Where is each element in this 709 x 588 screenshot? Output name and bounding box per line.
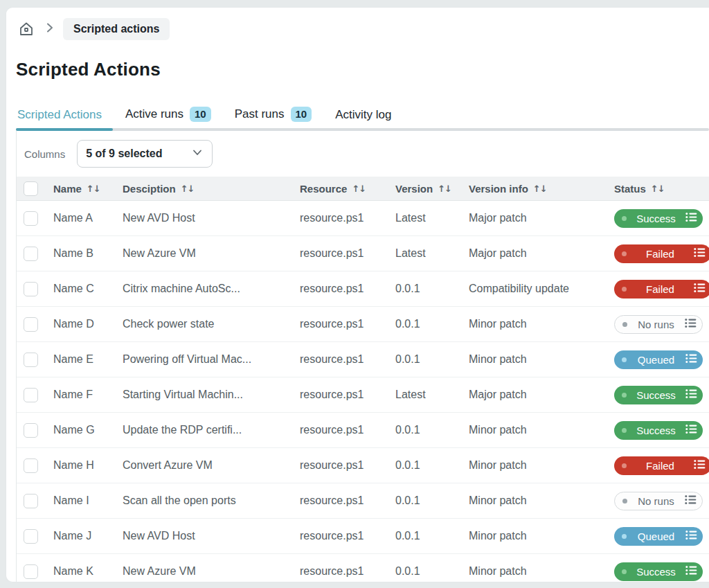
- status-badge[interactable]: No runs: [614, 492, 703, 510]
- tab-past-runs[interactable]: Past runs 10: [233, 107, 314, 131]
- table-row: Name B New Azure VM resource.ps1 Latest …: [17, 236, 709, 271]
- row-checkbox[interactable]: [24, 494, 38, 508]
- row-checkbox[interactable]: [24, 423, 38, 438]
- tab-scripted-actions[interactable]: Scripted Actions: [16, 108, 103, 131]
- tab-count-badge: 10: [291, 107, 312, 122]
- status-label: No runs: [627, 495, 685, 507]
- column-header-version-info[interactable]: Version info ↑↓: [469, 183, 614, 195]
- cell-resource: resource.ps1: [300, 247, 395, 260]
- cell-description: Convert Azure VM: [123, 459, 300, 472]
- column-header-version[interactable]: Version ↑↓: [395, 183, 469, 195]
- status-badge[interactable]: Queued: [614, 527, 703, 546]
- cell-version: Latest: [395, 389, 469, 401]
- sort-arrows-icon: ↑↓: [438, 184, 451, 194]
- row-checkbox[interactable]: [24, 282, 38, 296]
- row-checkbox[interactable]: [24, 388, 38, 402]
- status-badge[interactable]: Failed: [614, 244, 709, 263]
- row-checkbox[interactable]: [24, 317, 38, 332]
- column-header-resource[interactable]: Resource ↑↓: [300, 183, 395, 195]
- status-badge[interactable]: Failed: [614, 456, 709, 475]
- table-row: Name G Update the RDP certifi... resourc…: [17, 413, 709, 448]
- tab-count-badge: 10: [190, 107, 211, 122]
- table-row: Name E Powering off Virtual Mac... resou…: [17, 342, 709, 377]
- breadcrumb-item-scripted-actions[interactable]: Scripted actions: [63, 18, 170, 40]
- sort-arrows-icon: ↑↓: [352, 184, 366, 194]
- status-badge[interactable]: Success: [614, 421, 703, 440]
- cell-resource: resource.ps1: [300, 459, 395, 472]
- tab-label: Scripted Actions: [17, 108, 102, 122]
- cell-version: 0.0.1: [395, 353, 469, 366]
- cell-description: New Azure VM: [123, 247, 300, 260]
- row-checkbox[interactable]: [24, 529, 38, 544]
- status-dot: [622, 357, 627, 362]
- status-dot: [622, 251, 627, 256]
- cell-version-info: Minor patch: [469, 495, 614, 507]
- cell-version: 0.0.1: [395, 318, 469, 330]
- runs-list-icon: [685, 424, 697, 436]
- status-badge[interactable]: Queued: [614, 350, 703, 369]
- table-row: Name C Citrix machine AutoSc... resource…: [17, 271, 709, 307]
- status-badge[interactable]: Success: [614, 562, 703, 581]
- column-header-label: Desciption: [123, 183, 176, 195]
- status-label: Queued: [627, 354, 685, 366]
- cell-description: Citrix machine AutoSc...: [123, 283, 300, 295]
- status-badge[interactable]: No runs: [614, 315, 703, 334]
- column-header-status[interactable]: Status ↑↓: [614, 183, 709, 195]
- table-row: Name F Starting Virtual Machin... resour…: [17, 377, 709, 413]
- runs-list-icon: [694, 247, 706, 260]
- cell-resource: resource.ps1: [300, 212, 395, 224]
- runs-list-icon: [685, 530, 697, 542]
- runs-list-icon: [694, 459, 706, 472]
- status-dot: [622, 499, 627, 504]
- row-checkbox[interactable]: [24, 211, 38, 226]
- status-label: No runs: [627, 319, 685, 330]
- status-label: Queued: [627, 531, 685, 542]
- status-label: Failed: [627, 283, 694, 295]
- cell-name: Name J: [53, 530, 123, 542]
- status-label: Success: [627, 425, 685, 436]
- columns-dropdown[interactable]: 5 of 9 selected: [77, 140, 213, 168]
- cell-version-info: Minor patch: [469, 565, 614, 578]
- sort-arrows-icon: ↑↓: [181, 184, 195, 194]
- runs-list-icon: [694, 283, 706, 295]
- tab-active-runs[interactable]: Active runs 10: [124, 107, 213, 131]
- cell-version-info: Minor patch: [469, 353, 614, 366]
- table-header-row: Name ↑↓ Desciption ↑↓ Resource ↑↓ Versio…: [17, 177, 709, 201]
- status-dot: [622, 287, 627, 292]
- cell-version-info: Minor patch: [469, 459, 614, 472]
- chevron-down-icon: [191, 146, 204, 161]
- status-badge[interactable]: Success: [614, 209, 703, 228]
- runs-list-icon: [685, 212, 697, 224]
- cell-description: Powering off Virtual Mac...: [123, 353, 300, 366]
- cell-version: 0.0.1: [395, 530, 469, 542]
- cell-resource: resource.ps1: [300, 530, 395, 542]
- column-header-description[interactable]: Desciption ↑↓: [123, 183, 300, 195]
- cell-version-info: Compatibility update: [469, 283, 614, 295]
- cell-version: 0.0.1: [395, 459, 469, 472]
- tab-activity-log[interactable]: Activity log: [334, 108, 393, 131]
- row-checkbox[interactable]: [24, 564, 38, 579]
- status-label: Success: [627, 389, 685, 401]
- cell-description: Scan all the open ports: [123, 495, 300, 507]
- status-badge[interactable]: Failed: [614, 280, 709, 299]
- runs-list-icon: [685, 353, 697, 366]
- table-row: Name K New Azure VM resource.ps1 0.0.1 M…: [17, 554, 709, 582]
- column-header-name[interactable]: Name ↑↓: [53, 183, 123, 195]
- row-checkbox[interactable]: [24, 458, 38, 473]
- select-all-checkbox[interactable]: [24, 181, 38, 196]
- columns-dropdown-value: 5 of 9 selected: [86, 148, 162, 160]
- cell-name: Name I: [53, 495, 123, 507]
- cell-version-info: Minor patch: [469, 424, 614, 436]
- status-dot: [622, 463, 627, 468]
- home-icon[interactable]: [16, 19, 37, 39]
- status-dot: [622, 569, 627, 574]
- cell-version: Latest: [395, 212, 469, 224]
- status-dot: [622, 216, 627, 221]
- status-dot: [622, 428, 627, 433]
- tab-label: Active runs: [125, 107, 183, 121]
- column-header-label: Version: [395, 183, 433, 195]
- cell-resource: resource.ps1: [300, 424, 395, 436]
- row-checkbox[interactable]: [24, 247, 38, 261]
- status-badge[interactable]: Success: [614, 386, 703, 404]
- row-checkbox[interactable]: [24, 353, 38, 367]
